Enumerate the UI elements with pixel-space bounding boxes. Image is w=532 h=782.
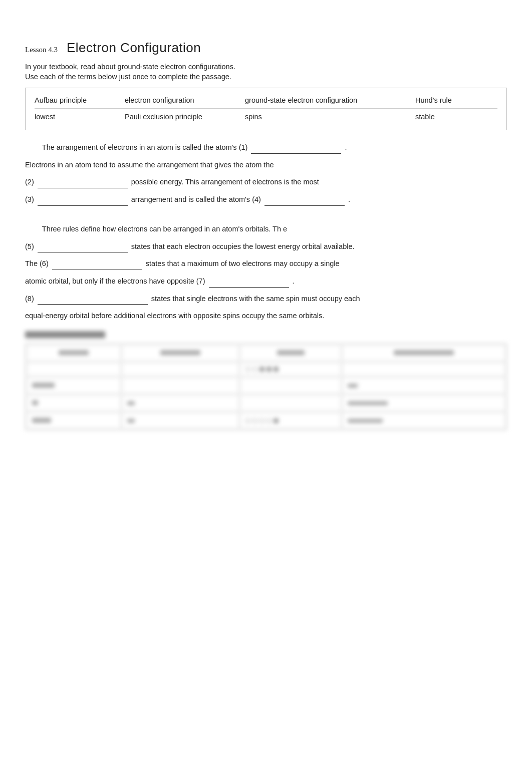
blank-8 [38,304,148,305]
blank-6 [52,270,142,270]
blurred-table [25,343,507,430]
sentence4-post: . [348,195,350,203]
sentence-block-2: Electrons in an atom tend to assume the … [25,159,507,171]
sentence-block-1: The arrangement of electrons in an atom … [25,141,507,154]
blurred-row-2 [27,395,505,411]
blank-4 [264,205,345,206]
blurred-row-3 [27,412,505,429]
terms-row-2: lowest Pauli exclusion principle spins s… [35,110,497,124]
term-hunds-rule: Hund's rule [415,96,490,104]
term-pauli: Pauli exclusion principle [125,113,245,121]
blurred-section [25,331,507,430]
passage: The arrangement of electrons in an atom … [25,141,507,322]
blurred-th-4 [342,345,505,361]
term-aufbau: Aufbau principle [35,96,125,104]
sentence7-pre: The (6) [25,259,49,268]
sentence7-post: states that a maximum of two electrons m… [146,259,340,268]
sentence9-post: states that single electrons with the sa… [151,295,360,303]
term-lowest: lowest [35,113,125,121]
blank-1 [251,153,341,154]
blurred-th-2 [122,345,239,361]
lesson-header: Lesson 4.3 Electron Configuration [25,40,507,56]
blank-7 [209,287,289,288]
blurred-th-3 [240,345,341,361]
sentence9-pre: (8) [25,295,34,303]
blurred-row-subheader [27,362,505,376]
sentence4-pre: (3) [25,195,34,203]
sentence3-pre: (2) [25,178,34,186]
blank-2 [38,188,128,188]
lesson-number: Lesson 4.3 [25,46,58,54]
blank-5 [38,252,128,252]
terms-box: Aufbau principle electron configuration … [25,88,507,130]
sentence5: Three rules define how electrons can be … [42,225,287,233]
blank-3 [38,205,128,206]
sentence-block-7: The (6) states that a maximum of two ele… [25,257,507,270]
term-ground-state: ground-state electron configuration [245,96,415,104]
sentence-block-4: (3) arrangement and is called the atom's… [25,193,507,206]
sentence10: equal-energy orbital before additional e… [25,312,324,320]
blurred-th-1 [27,345,121,361]
sentence1-post: . [345,143,347,151]
sentence-block-5: Three rules define how electrons can be … [25,223,507,235]
sentence6-pre: (5) [25,242,34,250]
instruction-2: Use each of the terms below just once to… [25,73,507,81]
sentence-block-9: (8) states that single electrons with th… [25,293,507,305]
sentence8: atomic orbital, but only if the electron… [25,277,205,285]
lesson-title: Electron Configuration [67,40,201,56]
sentence6-post: states that each electron occupies the l… [131,242,355,250]
terms-row-1: Aufbau principle electron configuration … [35,93,497,109]
sentence-block-10: equal-energy orbital before additional e… [25,310,507,322]
term-stable: stable [415,113,490,121]
term-electron-config: electron configuration [125,96,245,104]
sentence-block-8: atomic orbital, but only if the electron… [25,275,507,288]
sentence-block-6: (5) states that each electron occupies t… [25,240,507,253]
sentence8-end: . [293,277,295,285]
blurred-title [25,331,105,338]
sentence4-mid: arrangement and is called the atom's (4) [131,195,261,203]
sentence3-mid: possible energy. This arrangement of ele… [131,178,319,186]
blurred-row-1 [27,377,505,394]
instruction-1: In your textbook, read about ground-stat… [25,63,507,71]
sentence1-pre: The arrangement of electrons in an atom … [42,143,248,151]
blurred-table-header [27,345,505,361]
term-spins: spins [245,113,415,121]
sentence-block-3: (2) possible energy. This arrangement of… [25,176,507,188]
sentence2: Electrons in an atom tend to assume the … [25,161,274,169]
